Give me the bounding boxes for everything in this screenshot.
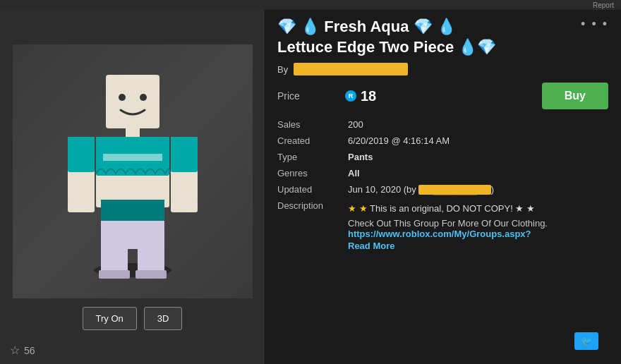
more-options-button[interactable]: • • • (581, 17, 608, 32)
sales-row: Sales 200 (277, 116, 608, 133)
creator-name[interactable]: ████████████ (294, 63, 408, 75)
type-value: Pants (348, 149, 608, 165)
type-row: Type Pants (277, 149, 608, 165)
genres-row: Genres All (277, 165, 608, 181)
created-label: Created (277, 133, 348, 149)
updated-value: Jun 10, 2020 (by ████████) (348, 181, 608, 198)
bottom-buttons: Try On 3D (83, 307, 183, 330)
description-link[interactable]: https://www.roblox.com/My/Groups.aspx? (348, 229, 608, 239)
svg-rect-7 (103, 154, 162, 161)
sales-value: 200 (348, 116, 608, 133)
price-value: 18 (361, 88, 376, 104)
robux-icon: R (345, 90, 356, 102)
favorites-row: ☆ 56 (10, 344, 35, 357)
right-panel: 💎 💧 Fresh Aqua 💎 💧 Lettuce Edge Two Piec… (265, 10, 621, 364)
svg-rect-9 (101, 200, 164, 221)
try-on-button[interactable]: Try On (83, 307, 137, 330)
price-label: Price (277, 90, 341, 102)
report-link[interactable]: Report (593, 1, 614, 9)
read-more-link[interactable]: Read More (348, 241, 608, 251)
svg-point-3 (140, 94, 147, 101)
updated-user: ████████ (418, 185, 490, 195)
updated-close: ) (491, 184, 494, 195)
description-section: ★ ★ This is an original, DO NOT COPY! ★ … (348, 203, 608, 251)
svg-rect-17 (171, 137, 198, 172)
sales-label: Sales (277, 116, 348, 133)
favorites-star-icon[interactable]: ☆ (10, 344, 20, 357)
updated-text: Jun 10, 2020 (by (348, 184, 418, 195)
genres-value: All (348, 165, 608, 181)
item-preview (13, 44, 253, 298)
item-title: 💎 💧 Fresh Aqua 💎 💧 Lettuce Edge Two Piec… (277, 17, 496, 57)
description-row: Description ★ ★ This is an original, DO … (277, 198, 608, 254)
svg-rect-13 (135, 270, 167, 279)
genres-label: Genres (277, 165, 348, 181)
svg-rect-19 (171, 198, 198, 212)
updated-row: Updated Jun 10, 2020 (by ████████) (277, 181, 608, 198)
description-extra: Check Out This Group For More Of Our Clo… (348, 218, 608, 229)
created-value: 6/20/2019 @ 4:16:14 AM (348, 133, 608, 149)
type-label: Type (277, 149, 348, 165)
svg-rect-16 (68, 137, 95, 172)
svg-rect-4 (126, 127, 140, 138)
svg-point-2 (119, 94, 126, 101)
twitter-button[interactable]: 🐦 (574, 332, 598, 350)
right-panel-inner: 💎 💧 Fresh Aqua 💎 💧 Lettuce Edge Two Piec… (277, 17, 608, 357)
main-content: Try On 3D ☆ 56 💎 💧 Fresh Aqua 💎 💧 Lettuc… (0, 10, 621, 364)
title-line2: Lettuce Edge Two Piece 💧💎 (277, 37, 496, 58)
left-panel: Try On 3D ☆ 56 (0, 10, 265, 364)
svg-rect-12 (99, 270, 130, 279)
description-label: Description (277, 198, 348, 254)
by-label: By (277, 64, 288, 75)
description-stars: ★ ★ (348, 203, 368, 214)
price-section: Price R 18 (277, 88, 376, 104)
by-row: By ████████████ (277, 63, 608, 75)
character-svg (55, 62, 210, 281)
updated-label: Updated (277, 181, 348, 198)
title-line1: 💎 💧 Fresh Aqua 💎 💧 (277, 17, 496, 37)
top-bar: Report (0, 0, 621, 10)
favorites-count: 56 (24, 345, 35, 356)
description-text: This is an original, DO NOT COPY! ★ ★ (368, 203, 535, 214)
description-content: ★ ★ This is an original, DO NOT COPY! ★ … (348, 198, 608, 254)
title-row: 💎 💧 Fresh Aqua 💎 💧 Lettuce Edge Two Piec… (277, 17, 608, 63)
created-row: Created 6/20/2019 @ 4:16:14 AM (277, 133, 608, 149)
buy-button[interactable]: Buy (542, 83, 608, 109)
3d-button[interactable]: 3D (144, 307, 183, 330)
info-table: Sales 200 Created 6/20/2019 @ 4:16:14 AM… (277, 116, 608, 254)
svg-rect-1 (106, 75, 159, 128)
price-buy-row: Price R 18 Buy (277, 83, 608, 109)
svg-rect-18 (68, 198, 95, 212)
